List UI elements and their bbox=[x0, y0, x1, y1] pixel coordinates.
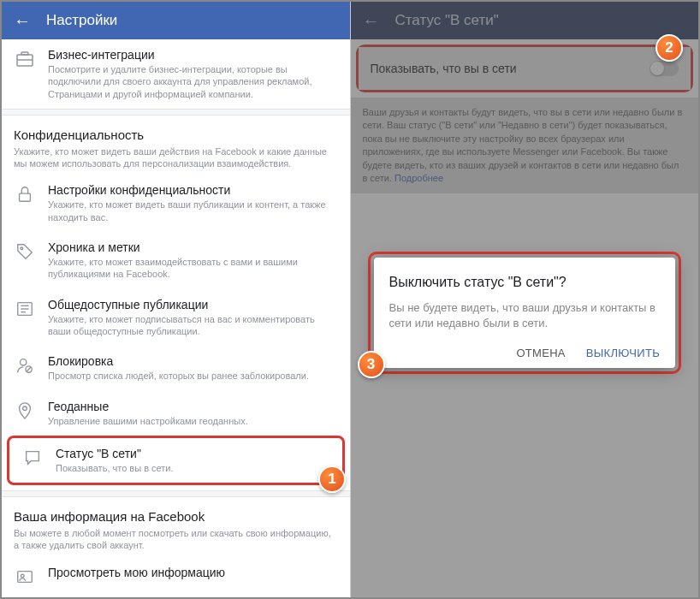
item-active-status[interactable]: Статус "В сети" Показывать, что вы в сет… bbox=[9, 438, 342, 483]
section-desc: Вы можете в любой момент посмотреть или … bbox=[14, 527, 338, 552]
divider bbox=[2, 490, 350, 497]
item-blocking[interactable]: Блокировка Просмотр списка людей, которы… bbox=[2, 346, 350, 390]
item-title: Статус "В сети" bbox=[56, 447, 330, 460]
divider bbox=[2, 109, 350, 116]
item-title: Общедоступные публикации bbox=[48, 298, 338, 311]
item-location[interactable]: Геоданные Управление вашими настройками … bbox=[2, 391, 350, 436]
item-desc: Показывать, что вы в сети. bbox=[56, 462, 330, 474]
item-title: Бизнес-интеграции bbox=[48, 48, 338, 62]
item-view-info[interactable]: Просмотреть мою информацию bbox=[2, 557, 350, 596]
item-business-integrations[interactable]: Бизнес-интеграции Посмотрите и удалите б… bbox=[2, 39, 350, 109]
item-desc: Укажите, кто может взаимодействовать с в… bbox=[48, 256, 338, 281]
item-desc: Управление вашими настройками геоданных. bbox=[48, 415, 338, 427]
dialog-body: Вы не будете видеть, что ваши друзья и к… bbox=[389, 300, 661, 331]
svg-rect-3 bbox=[20, 194, 31, 202]
chat-bubble-icon bbox=[21, 447, 44, 469]
section-desc: Укажите, кто может видеть ваши действия … bbox=[14, 145, 338, 170]
section-title: Конфиденциальность bbox=[14, 128, 338, 142]
tag-icon bbox=[14, 240, 36, 263]
section-privacy: Конфиденциальность Укажите, кто может ви… bbox=[2, 116, 350, 175]
item-public-posts[interactable]: Общедоступные публикации Укажите, кто мо… bbox=[2, 289, 350, 347]
item-title: Хроника и метки bbox=[48, 240, 338, 254]
section-your-info: Ваша информация на Facebook Вы можете в … bbox=[2, 497, 350, 557]
svg-rect-1 bbox=[21, 52, 28, 55]
svg-point-12 bbox=[23, 406, 27, 411]
svg-point-9 bbox=[21, 359, 27, 365]
back-arrow-icon[interactable]: ← bbox=[14, 11, 31, 31]
confirm-button[interactable]: ВЫКЛЮЧИТЬ bbox=[586, 347, 660, 359]
step-badge-1: 1 bbox=[318, 466, 346, 493]
lock-icon bbox=[14, 183, 36, 205]
cancel-button[interactable]: ОТМЕНА bbox=[516, 347, 565, 359]
dialog-title: Выключить статус "В сети"? bbox=[389, 275, 661, 290]
person-card-icon bbox=[14, 566, 36, 588]
svg-line-11 bbox=[27, 367, 32, 372]
svg-point-4 bbox=[21, 247, 23, 250]
settings-header: ← Настройки bbox=[2, 2, 350, 39]
item-timeline-tags[interactable]: Хроника и метки Укажите, кто может взаим… bbox=[2, 232, 350, 289]
block-user-icon bbox=[14, 354, 36, 377]
step-badge-2: 2 bbox=[656, 34, 683, 62]
item-title: Настройки конфиденциальности bbox=[48, 183, 338, 197]
item-desc: Посмотрите и удалите бизнес-интеграции, … bbox=[48, 63, 338, 100]
step-badge-3: 3 bbox=[358, 351, 385, 378]
highlight-dialog: Выключить статус "В сети"? Вы не будете … bbox=[368, 252, 682, 374]
highlight-active-status: Статус "В сети" Показывать, что вы в сет… bbox=[7, 436, 345, 485]
item-title: Блокировка bbox=[48, 354, 338, 368]
item-privacy-settings[interactable]: Настройки конфиденциальности Укажите, кт… bbox=[2, 175, 350, 232]
item-desc: Просмотр списка людей, которых вы ранее … bbox=[48, 370, 338, 382]
newspaper-icon bbox=[14, 298, 36, 320]
section-title: Ваша информация на Facebook bbox=[14, 509, 338, 524]
item-desc: Укажите, кто может подписываться на вас … bbox=[48, 313, 338, 338]
item-desc: Укажите, кто может видеть ваши публикаци… bbox=[48, 199, 338, 223]
location-pin-icon bbox=[14, 400, 36, 422]
briefcase-icon bbox=[14, 48, 36, 70]
item-title: Просмотреть мою информацию bbox=[48, 566, 338, 579]
header-title: Настройки bbox=[46, 12, 117, 29]
item-title: Геоданные bbox=[48, 400, 338, 413]
svg-point-14 bbox=[21, 574, 24, 578]
confirm-dialog: Выключить статус "В сети"? Вы не будете … bbox=[374, 258, 676, 368]
